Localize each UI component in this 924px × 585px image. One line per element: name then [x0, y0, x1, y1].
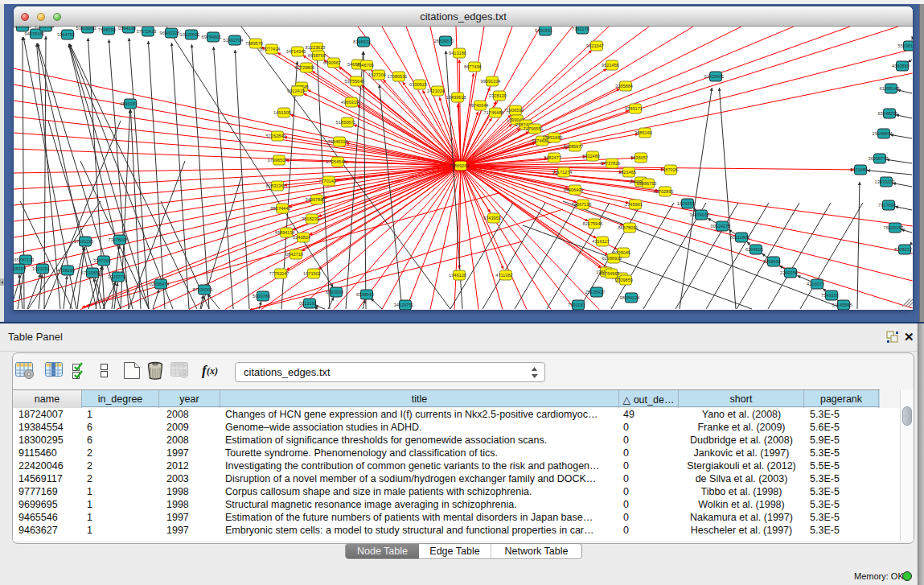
svg-text:51462704: 51462704 [224, 38, 244, 43]
svg-text:75869261: 75869261 [450, 163, 470, 168]
svg-text:10122691: 10122691 [180, 32, 200, 37]
svg-text:34874016: 34874016 [690, 212, 710, 217]
svg-text:7187026: 7187026 [660, 167, 678, 172]
svg-text:00524278: 00524278 [711, 224, 731, 229]
svg-text:5430391: 5430391 [535, 28, 552, 33]
svg-text:81754965: 81754965 [600, 271, 620, 276]
svg-text:1326773: 1326773 [108, 274, 125, 279]
svg-text:87234309: 87234309 [193, 287, 213, 292]
svg-text:5240824: 5240824 [293, 235, 310, 240]
svg-text:7889579: 7889579 [245, 41, 263, 46]
svg-text:28809570: 28809570 [434, 39, 454, 43]
svg-text:15451680: 15451680 [543, 135, 563, 140]
svg-text:62729806: 62729806 [295, 65, 315, 70]
svg-text:54145868: 54145868 [832, 303, 852, 307]
svg-text:79740344: 79740344 [469, 103, 489, 108]
svg-text:3709859: 3709859 [615, 278, 633, 282]
svg-text:4316117: 4316117 [592, 239, 609, 244]
svg-text:3482477: 3482477 [544, 155, 561, 160]
svg-text:95931034: 95931034 [35, 27, 55, 29]
svg-text:6998543: 6998543 [356, 292, 374, 297]
svg-text:2328120: 2328120 [489, 93, 507, 98]
svg-text:80112805: 80112805 [730, 235, 749, 240]
svg-text:8148932: 8148932 [353, 39, 371, 44]
svg-text:29946804: 29946804 [873, 131, 893, 136]
svg-text:5098393: 5098393 [14, 266, 26, 271]
svg-text:3685160: 3685160 [634, 130, 652, 135]
svg-text:57262849: 57262849 [266, 134, 286, 138]
svg-text:82175946: 82175946 [583, 221, 603, 226]
svg-text:98084124: 98084124 [620, 295, 640, 300]
svg-text:76945314: 76945314 [328, 139, 348, 144]
svg-text:55886753: 55886753 [637, 181, 657, 186]
svg-text:9636057: 9636057 [630, 155, 648, 160]
svg-text:27354549: 27354549 [326, 159, 347, 164]
svg-text:37631165: 37631165 [74, 239, 93, 244]
svg-text:0932480: 0932480 [582, 154, 600, 159]
svg-text:53419283: 53419283 [76, 27, 97, 31]
svg-text:74367136: 74367136 [572, 202, 592, 207]
svg-text:7648350: 7648350 [98, 27, 116, 32]
svg-text:96965328: 96965328 [160, 31, 180, 35]
svg-text:65787133: 65787133 [14, 257, 35, 262]
svg-text:55698169: 55698169 [898, 43, 913, 48]
svg-text:73178108: 73178108 [109, 237, 129, 242]
svg-text:61595148: 61595148 [880, 86, 900, 91]
svg-text:4738299: 4738299 [57, 268, 75, 273]
svg-text:9413186: 9413186 [449, 51, 466, 56]
svg-text:69784801: 69784801 [202, 35, 222, 39]
svg-text:1671902: 1671902 [303, 271, 321, 276]
svg-text:34624751: 34624751 [394, 303, 414, 307]
svg-text:0564139: 0564139 [118, 27, 136, 31]
svg-text:0330923: 0330923 [409, 82, 427, 87]
svg-text:01429401: 01429401 [704, 74, 725, 79]
svg-text:6193990: 6193990 [326, 290, 343, 295]
svg-text:7543303: 7543303 [821, 293, 839, 298]
svg-text:7182278: 7182278 [572, 27, 589, 31]
svg-text:17080531: 17080531 [388, 74, 408, 79]
svg-text:34957885: 34957885 [306, 197, 326, 202]
svg-text:94406409: 94406409 [564, 187, 584, 192]
svg-text:0812191: 0812191 [299, 301, 317, 306]
svg-text:2421024: 2421024 [427, 89, 445, 93]
svg-text:99091334: 99091334 [481, 79, 501, 84]
svg-text:62386922: 62386922 [602, 256, 622, 261]
svg-text:1746120: 1746120 [449, 273, 466, 278]
svg-text:4745171: 4745171 [625, 106, 643, 111]
svg-text:51850671: 51850671 [336, 120, 356, 125]
svg-text:76320163: 76320163 [884, 225, 904, 230]
svg-text:7346706: 7346706 [356, 63, 374, 68]
svg-text:80831367: 80831367 [266, 183, 286, 188]
svg-text:3285884: 3285884 [615, 84, 633, 89]
svg-text:8708317: 8708317 [894, 247, 912, 252]
svg-text:1031051: 1031051 [32, 266, 50, 271]
svg-text:1627204: 1627204 [368, 72, 386, 77]
svg-text:87277434: 87277434 [261, 47, 281, 51]
svg-text:25135427: 25135427 [585, 290, 606, 295]
svg-text:3158692: 3158692 [763, 259, 781, 264]
svg-text:85574443: 85574443 [271, 206, 291, 211]
svg-text:8677496: 8677496 [464, 64, 482, 69]
svg-text:6204505: 6204505 [745, 247, 763, 252]
svg-text:1824493: 1824493 [677, 201, 695, 206]
svg-text:77752047: 77752047 [269, 271, 290, 276]
svg-text:5009788: 5009788 [253, 294, 270, 299]
svg-text:71906594: 71906594 [504, 108, 524, 113]
svg-text:37672423: 37672423 [137, 29, 157, 34]
svg-text:60385977: 60385977 [564, 144, 584, 149]
svg-text:23511615: 23511615 [14, 27, 31, 29]
svg-text:9421047: 9421047 [586, 43, 604, 48]
svg-text:53755646: 53755646 [345, 79, 365, 84]
svg-text:86578091: 86578091 [618, 225, 639, 230]
svg-text:49894134: 49894134 [275, 230, 295, 235]
svg-text:62702895: 62702895 [654, 189, 674, 194]
svg-text:67010651: 67010651 [81, 270, 101, 275]
svg-text:71746488: 71746488 [484, 110, 504, 115]
svg-text:9821465: 9821465 [618, 170, 636, 175]
svg-text:3518233: 3518233 [302, 216, 319, 221]
svg-text:7770143: 7770143 [318, 179, 336, 183]
svg-text:6658760: 6658760 [308, 53, 326, 58]
svg-text:9912419: 9912419 [287, 89, 305, 93]
svg-text:71756551: 71756551 [524, 126, 544, 131]
svg-text:7917693: 7917693 [878, 203, 896, 208]
